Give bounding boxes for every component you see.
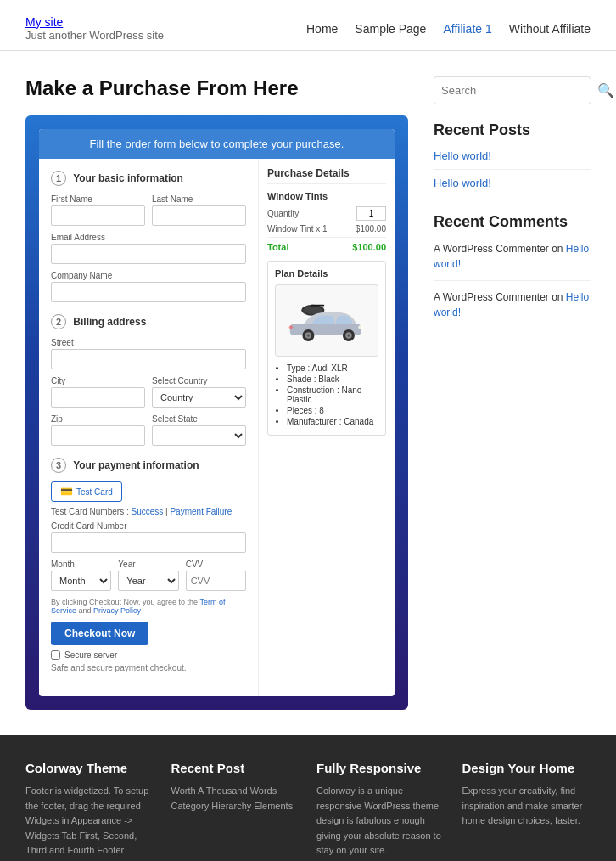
credit-card-icon: 💳 — [60, 486, 73, 498]
year-label: Year — [118, 560, 178, 569]
state-select[interactable] — [152, 425, 246, 446]
basic-info-section: 1 Your basic information First Name Last… — [51, 171, 246, 302]
main-wrapper: Make a Purchase From Here Fill the order… — [0, 51, 616, 735]
email-row: Email Address — [51, 233, 246, 264]
month-label: Month — [51, 560, 111, 569]
company-label: Company Name — [51, 271, 246, 280]
country-group: Select Country Country — [152, 376, 246, 408]
footer-widget-3: Fully Responsive Colorway is a unique re… — [316, 761, 445, 861]
success-link[interactable]: Success — [131, 507, 163, 516]
form-body: 1 Your basic information First Name Last… — [39, 159, 395, 696]
test-card-button[interactable]: 💳 Test Card — [51, 481, 122, 502]
total-row: Total $100.00 — [267, 237, 386, 252]
first-name-group: First Name — [51, 194, 145, 226]
line-item-price: $100.00 — [356, 224, 386, 234]
site-title-link[interactable]: My site — [25, 15, 63, 29]
spec-type: Type : Audi XLR — [287, 363, 378, 373]
zip-input[interactable] — [51, 425, 145, 446]
secure-checkbox[interactable] — [51, 650, 60, 660]
post-link-1[interactable]: Hello world! — [434, 149, 591, 170]
city-label: City — [51, 376, 145, 385]
footer-widget-4-title: Design Your Home — [462, 761, 591, 775]
footer-widget-1: Colorway Theme Footer is widgetized. To … — [25, 761, 154, 861]
cc-group: Credit Card Number — [51, 521, 246, 553]
secure-label: Secure server — [64, 650, 117, 660]
privacy-link[interactable]: Privacy Policy — [93, 606, 141, 615]
email-input[interactable] — [51, 244, 246, 264]
email-label: Email Address — [51, 233, 246, 242]
footer-widget-3-text: Colorway is a unique responsive WordPres… — [316, 784, 445, 858]
city-group: City — [51, 376, 145, 408]
site-title[interactable]: My site — [25, 15, 164, 29]
section-number-1: 1 — [51, 171, 66, 186]
car-svg — [281, 292, 372, 348]
nav-without-affiliate[interactable]: Without Affiliate — [509, 22, 591, 36]
main-nav: Home Sample Page Affiliate 1 Without Aff… — [306, 22, 591, 36]
svg-rect-2 — [311, 305, 324, 307]
post-link-2[interactable]: Hello world! — [434, 177, 591, 196]
plan-details: Plan Details — [267, 261, 386, 436]
street-input[interactable] — [51, 349, 246, 369]
footer-recent-post-link[interactable]: Worth A Thousand Words Category Hierarch… — [171, 784, 300, 813]
comment-item-1: A WordPress Commenter on Hello world! — [434, 241, 591, 281]
last-name-label: Last Name — [152, 194, 246, 204]
site-footer: Colorway Theme Footer is widgetized. To … — [0, 735, 616, 861]
basic-info-title: 1 Your basic information — [51, 171, 246, 186]
checkout-row: Checkout Now — [51, 622, 246, 650]
quantity-row: Quantity — [267, 206, 386, 221]
nav-home[interactable]: Home — [306, 22, 338, 36]
last-name-group: Last Name — [152, 194, 246, 226]
company-input[interactable] — [51, 282, 246, 302]
page-title: Make a Purchase From Here — [25, 76, 408, 100]
product-name: Window Tints — [267, 191, 386, 201]
year-group: Year Year — [118, 560, 178, 591]
checkout-button[interactable]: Checkout Now — [51, 622, 148, 645]
search-input[interactable] — [434, 79, 591, 102]
section-number-3: 3 — [51, 458, 66, 473]
search-button[interactable]: 🔍 — [591, 77, 616, 104]
line-item-label: Window Tint x 1 — [267, 224, 328, 234]
comment-item-2: A WordPress Commenter on Hello world! — [434, 290, 591, 329]
quantity-label: Quantity — [267, 209, 299, 218]
nav-sample-page[interactable]: Sample Page — [355, 22, 426, 36]
company-row: Company Name — [51, 271, 246, 302]
footer-widget-1-title: Colorway Theme — [25, 761, 154, 775]
safe-text: Safe and secure payment checkout. — [51, 663, 246, 672]
svg-point-9 — [347, 335, 350, 337]
city-input[interactable] — [51, 387, 145, 408]
site-branding: My site Just another WordPress site — [25, 15, 164, 42]
footer-widget-2-title: Recent Post — [171, 761, 300, 775]
cc-row: Credit Card Number — [51, 521, 246, 553]
payment-failure-link[interactable]: Payment Failure — [170, 507, 232, 516]
purchase-details-title: Purchase Details — [267, 167, 386, 184]
expiry-row: Month Month Year Year — [51, 560, 246, 591]
first-name-input[interactable] — [51, 205, 145, 226]
payment-section: 3 Your payment information 💳 Test Card T… — [51, 458, 246, 672]
cvv-group: CVV — [186, 560, 246, 591]
billing-title: 2 Billing address — [51, 314, 246, 329]
cvv-input[interactable] — [186, 571, 246, 591]
payment-title: 3 Your payment information — [51, 458, 246, 473]
purchase-inner: Fill the order form below to complete yo… — [39, 129, 395, 696]
cvv-label: CVV — [186, 560, 246, 569]
form-left: 1 Your basic information First Name Last… — [39, 159, 259, 696]
company-group: Company Name — [51, 271, 246, 302]
month-select[interactable]: Month — [51, 571, 111, 591]
quantity-input[interactable] — [356, 206, 386, 221]
svg-point-1 — [304, 307, 322, 314]
recent-posts-widget: Recent Posts Hello world! Hello world! — [434, 121, 591, 196]
sidebar: 🔍 Recent Posts Hello world! Hello world!… — [434, 76, 591, 710]
street-label: Street — [51, 338, 246, 347]
state-group: Select State — [152, 414, 246, 446]
name-row: First Name Last Name — [51, 194, 246, 226]
nav-affiliate-1[interactable]: Affiliate 1 — [443, 22, 491, 36]
country-select[interactable]: Country — [152, 387, 246, 408]
footer-widget-4: Design Your Home Express your creativity… — [462, 761, 591, 861]
zip-label: Zip — [51, 414, 145, 424]
spec-pieces: Pieces : 8 — [287, 406, 378, 415]
last-name-input[interactable] — [152, 205, 246, 226]
form-header: Fill the order form below to complete yo… — [39, 129, 395, 159]
year-select[interactable]: Year — [118, 571, 178, 591]
city-country-row: City Select Country Country — [51, 376, 246, 408]
cc-input[interactable] — [51, 532, 246, 553]
